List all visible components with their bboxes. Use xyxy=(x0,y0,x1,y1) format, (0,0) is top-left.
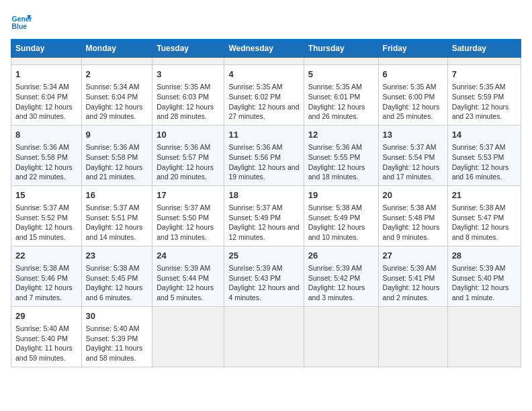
calendar-cell: 15Sunrise: 5:37 AMSunset: 5:52 PMDayligh… xyxy=(11,185,82,246)
header-row: SundayMondayTuesdayWednesdayThursdayFrid… xyxy=(11,40,521,58)
day-number: 10 xyxy=(157,129,220,141)
sunrise-text: Sunrise: 5:37 AM xyxy=(157,203,210,212)
header-day-monday: Monday xyxy=(81,40,152,58)
sunset-text: Sunset: 5:49 PM xyxy=(308,214,361,222)
day-number: 24 xyxy=(157,250,220,262)
daylight-text: Daylight: 12 hours and 15 minutes. xyxy=(15,223,73,241)
sunset-text: Sunset: 5:46 PM xyxy=(15,274,68,282)
daylight-text: Daylight: 12 hours and 14 minutes. xyxy=(86,223,143,241)
calendar-cell: 21Sunrise: 5:38 AMSunset: 5:47 PMDayligh… xyxy=(447,185,521,246)
day-number: 29 xyxy=(15,310,77,322)
sunrise-text: Sunrise: 5:37 AM xyxy=(228,203,282,212)
calendar-cell: 26Sunrise: 5:39 AMSunset: 5:42 PMDayligh… xyxy=(304,246,378,306)
sunset-text: Sunset: 5:57 PM xyxy=(157,153,209,161)
calendar-cell: 4Sunrise: 5:35 AMSunset: 6:02 PMDaylight… xyxy=(224,65,304,126)
calendar-cell xyxy=(11,58,82,65)
daylight-text: Daylight: 12 hours and 5 minutes. xyxy=(157,283,214,302)
sunrise-text: Sunrise: 5:35 AM xyxy=(157,83,210,91)
day-number: 13 xyxy=(383,129,443,141)
sunset-text: Sunset: 5:40 PM xyxy=(15,334,68,342)
sunset-text: Sunset: 5:48 PM xyxy=(383,214,435,222)
sunset-text: Sunset: 5:39 PM xyxy=(86,334,138,342)
sunset-text: Sunset: 5:40 PM xyxy=(452,274,504,282)
daylight-text: Daylight: 12 hours and 27 minutes. xyxy=(228,103,299,121)
daylight-text: Daylight: 12 hours and 23 minutes. xyxy=(452,103,509,121)
sunset-text: Sunset: 6:02 PM xyxy=(228,93,281,101)
calendar-cell: 6Sunrise: 5:35 AMSunset: 6:00 PMDaylight… xyxy=(378,65,447,126)
sunset-text: Sunset: 5:55 PM xyxy=(308,153,361,161)
calendar-cell: 23Sunrise: 5:38 AMSunset: 5:45 PMDayligh… xyxy=(81,246,152,306)
calendar-cell: 11Sunrise: 5:36 AMSunset: 5:56 PMDayligh… xyxy=(224,125,304,185)
calendar-table: SundayMondayTuesdayWednesdayThursdayFrid… xyxy=(11,39,521,367)
day-number: 27 xyxy=(383,250,443,262)
day-number: 15 xyxy=(15,189,77,201)
sunset-text: Sunset: 5:43 PM xyxy=(228,274,281,282)
day-number: 14 xyxy=(452,129,517,141)
sunset-text: Sunset: 5:58 PM xyxy=(86,153,138,161)
daylight-text: Daylight: 12 hours and 7 minutes. xyxy=(15,283,73,302)
daylight-text: Daylight: 12 hours and 6 minutes. xyxy=(86,283,143,302)
sunset-text: Sunset: 6:04 PM xyxy=(15,93,68,101)
sunset-text: Sunset: 5:50 PM xyxy=(157,214,209,222)
daylight-text: Daylight: 12 hours and 18 minutes. xyxy=(308,163,365,181)
calendar-cell xyxy=(378,306,447,367)
sunset-text: Sunset: 6:03 PM xyxy=(157,93,209,101)
sunset-text: Sunset: 6:04 PM xyxy=(86,93,138,101)
sunset-text: Sunset: 5:58 PM xyxy=(15,153,68,161)
daylight-text: Daylight: 12 hours and 4 minutes. xyxy=(228,283,299,302)
calendar-cell: 16Sunrise: 5:37 AMSunset: 5:51 PMDayligh… xyxy=(81,185,152,246)
daylight-text: Daylight: 12 hours and 21 minutes. xyxy=(86,163,143,181)
sunset-text: Sunset: 5:59 PM xyxy=(452,93,504,101)
calendar-cell: 9Sunrise: 5:36 AMSunset: 5:58 PMDaylight… xyxy=(81,125,152,185)
svg-text:Blue: Blue xyxy=(12,23,28,30)
daylight-text: Daylight: 12 hours and 8 minutes. xyxy=(452,223,509,241)
calendar-cell: 5Sunrise: 5:35 AMSunset: 6:01 PMDaylight… xyxy=(304,65,378,126)
header-day-thursday: Thursday xyxy=(304,40,378,58)
day-number: 21 xyxy=(452,189,517,201)
day-number: 16 xyxy=(86,189,148,201)
calendar-cell xyxy=(224,306,304,367)
daylight-text: Daylight: 12 hours and 1 minute. xyxy=(452,283,509,302)
day-number: 1 xyxy=(15,68,77,81)
calendar-cell: 25Sunrise: 5:39 AMSunset: 5:43 PMDayligh… xyxy=(224,246,304,306)
sunrise-text: Sunrise: 5:34 AM xyxy=(86,83,140,91)
sunrise-text: Sunrise: 5:40 AM xyxy=(15,324,69,332)
sunset-text: Sunset: 5:53 PM xyxy=(452,153,504,161)
calendar-cell: 13Sunrise: 5:37 AMSunset: 5:54 PMDayligh… xyxy=(378,125,447,185)
calendar-cell xyxy=(304,58,378,65)
sunset-text: Sunset: 5:42 PM xyxy=(308,274,361,282)
sunrise-text: Sunrise: 5:35 AM xyxy=(383,83,437,91)
calendar-cell xyxy=(378,58,447,65)
day-number: 25 xyxy=(228,250,299,262)
calendar-week-2: 1Sunrise: 5:34 AMSunset: 6:04 PMDaylight… xyxy=(11,65,521,126)
daylight-text: Daylight: 12 hours and 28 minutes. xyxy=(157,103,214,121)
day-number: 3 xyxy=(157,68,220,81)
calendar-cell: 24Sunrise: 5:39 AMSunset: 5:44 PMDayligh… xyxy=(152,246,224,306)
sunrise-text: Sunrise: 5:35 AM xyxy=(228,83,282,91)
sunrise-text: Sunrise: 5:34 AM xyxy=(15,83,69,91)
calendar-cell xyxy=(224,58,304,65)
calendar-cell: 19Sunrise: 5:38 AMSunset: 5:49 PMDayligh… xyxy=(304,185,378,246)
calendar-cell: 14Sunrise: 5:37 AMSunset: 5:53 PMDayligh… xyxy=(447,125,521,185)
sunset-text: Sunset: 5:47 PM xyxy=(452,214,504,222)
sunrise-text: Sunrise: 5:37 AM xyxy=(15,203,69,212)
calendar-cell: 18Sunrise: 5:37 AMSunset: 5:49 PMDayligh… xyxy=(224,185,304,246)
header-day-saturday: Saturday xyxy=(447,40,521,58)
daylight-text: Daylight: 12 hours and 2 minutes. xyxy=(383,283,440,302)
calendar-cell: 28Sunrise: 5:39 AMSunset: 5:40 PMDayligh… xyxy=(447,246,521,306)
daylight-text: Daylight: 12 hours and 20 minutes. xyxy=(157,163,214,181)
daylight-text: Daylight: 12 hours and 17 minutes. xyxy=(383,163,440,181)
sunrise-text: Sunrise: 5:35 AM xyxy=(308,83,362,91)
calendar-cell: 22Sunrise: 5:38 AMSunset: 5:46 PMDayligh… xyxy=(11,246,82,306)
sunrise-text: Sunrise: 5:38 AM xyxy=(452,203,506,212)
calendar-week-1 xyxy=(11,58,521,65)
sunset-text: Sunset: 5:41 PM xyxy=(383,274,435,282)
calendar-cell: 7Sunrise: 5:35 AMSunset: 5:59 PMDaylight… xyxy=(447,65,521,126)
sunrise-text: Sunrise: 5:36 AM xyxy=(86,143,140,151)
day-number: 4 xyxy=(228,68,299,81)
sunrise-text: Sunrise: 5:36 AM xyxy=(15,143,69,151)
sunset-text: Sunset: 6:00 PM xyxy=(383,93,435,101)
sunrise-text: Sunrise: 5:36 AM xyxy=(228,143,282,151)
sunset-text: Sunset: 5:51 PM xyxy=(86,214,138,222)
day-number: 11 xyxy=(228,129,299,141)
